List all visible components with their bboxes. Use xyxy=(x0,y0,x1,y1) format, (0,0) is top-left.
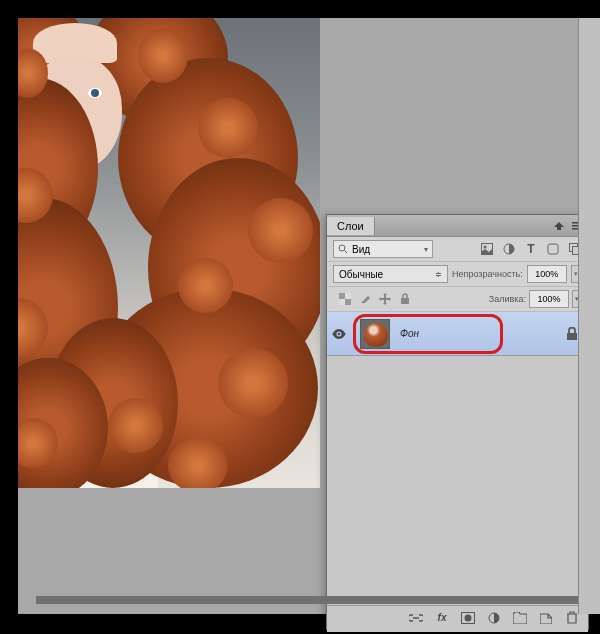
svg-rect-14 xyxy=(567,333,577,340)
panel-footer: fx xyxy=(327,605,588,629)
lock-pixels-icon[interactable] xyxy=(339,293,351,305)
status-bar-edge xyxy=(36,596,600,604)
svg-line-1 xyxy=(345,251,348,254)
canvas-image[interactable] xyxy=(18,18,320,488)
lock-brush-icon[interactable] xyxy=(359,293,371,305)
svg-rect-8 xyxy=(339,293,345,299)
blend-mode-dropdown[interactable]: Обычные ≑ xyxy=(333,265,448,283)
mask-icon[interactable] xyxy=(460,611,476,625)
blend-mode-value: Обычные xyxy=(339,269,383,280)
group-icon[interactable] xyxy=(512,611,528,625)
layer-row[interactable]: Фон xyxy=(327,312,588,356)
chevron-down-icon: ≑ xyxy=(435,270,442,279)
layer-name-label: Фон xyxy=(400,328,419,339)
text-filter-icon[interactable]: T xyxy=(524,242,538,256)
collapse-icon[interactable] xyxy=(552,219,566,233)
workspace: Слои Вид ▾ T xyxy=(18,18,582,614)
svg-rect-9 xyxy=(345,299,351,305)
svg-rect-11 xyxy=(339,299,345,305)
layers-panel: Слои Вид ▾ T xyxy=(326,214,589,630)
layers-list: Фон xyxy=(327,312,588,632)
layer-lock-icon[interactable] xyxy=(566,327,578,341)
lock-all-icon[interactable] xyxy=(399,293,411,305)
svg-point-0 xyxy=(339,245,345,251)
lock-move-icon[interactable] xyxy=(379,293,391,305)
fill-label: Заливка: xyxy=(489,294,526,304)
svg-point-16 xyxy=(465,614,472,621)
opacity-label: Непрозрачность: xyxy=(452,269,523,279)
layer-filter-dropdown[interactable]: Вид ▾ xyxy=(333,240,433,258)
filter-row: Вид ▾ T xyxy=(327,237,588,262)
svg-point-13 xyxy=(338,332,341,335)
lock-row: Заливка: 100% ▾ xyxy=(327,287,588,312)
fx-icon[interactable]: fx xyxy=(434,611,450,625)
panel-header: Слои xyxy=(327,215,588,237)
new-layer-icon[interactable] xyxy=(538,611,554,625)
layer-thumbnail[interactable] xyxy=(360,319,390,349)
svg-point-3 xyxy=(484,246,487,249)
layers-tab[interactable]: Слои xyxy=(327,217,375,235)
opacity-value[interactable]: 100% xyxy=(527,265,567,283)
search-icon xyxy=(338,244,348,254)
svg-rect-5 xyxy=(548,244,558,254)
svg-rect-12 xyxy=(401,298,409,304)
layer-highlight: Фон xyxy=(353,314,503,354)
adjustment-filter-icon[interactable] xyxy=(502,242,516,256)
shape-filter-icon[interactable] xyxy=(546,242,560,256)
right-dock xyxy=(578,18,600,614)
blend-mode-row: Обычные ≑ Непрозрачность: 100% ▾ xyxy=(327,262,588,287)
image-filter-icon[interactable] xyxy=(480,242,494,256)
link-layers-icon[interactable] xyxy=(408,611,424,625)
visibility-icon[interactable] xyxy=(332,329,346,339)
adjustment-layer-icon[interactable] xyxy=(486,611,502,625)
filter-label: Вид xyxy=(352,244,370,255)
fill-value[interactable]: 100% xyxy=(529,290,569,308)
svg-rect-10 xyxy=(345,293,351,299)
